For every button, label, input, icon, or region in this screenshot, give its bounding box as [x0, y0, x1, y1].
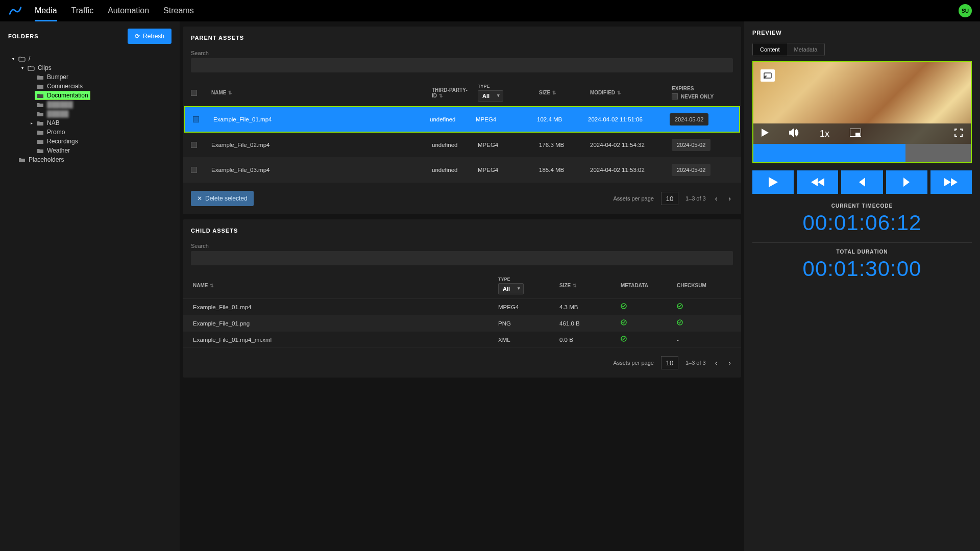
rewind-button[interactable] [797, 170, 838, 194]
center-column: PARENT ASSETS Search NAME⇅ THIRD-PARTY-I… [180, 21, 744, 551]
cell-name: Example_File_01.mp4 [213, 116, 430, 122]
cell-type: MPEG4 [498, 304, 559, 310]
type-filter-select[interactable]: All [498, 283, 524, 294]
cell-name: Example_File_02.mp4 [211, 142, 432, 148]
tree-item-selected[interactable]: Documentation [8, 91, 172, 100]
total-duration: 00:01:30:00 [752, 257, 972, 281]
check-icon [677, 320, 683, 327]
type-filter-select[interactable]: All [478, 90, 503, 102]
table-row[interactable]: Example_File_01.png PNG 461.0 B [183, 315, 741, 332]
col-modified[interactable]: MODIFIED⇅ [590, 90, 672, 95]
current-timecode-label: CURRENT TIMECODE [752, 203, 972, 209]
cell-modified: 2024-04-02 11:54:32 [590, 142, 672, 148]
cell-expires: 2024-05-02 [670, 113, 731, 126]
table-row[interactable]: Example_File_03.mp4 undefined MPEG4 185.… [183, 158, 741, 183]
delete-selected-button[interactable]: ✕Delete selected [191, 191, 254, 206]
tab-metadata[interactable]: Metadata [787, 43, 825, 56]
col-size[interactable]: SIZE⇅ [559, 283, 621, 288]
cell-metadata [621, 319, 677, 327]
range-label: 1–3 of 3 [685, 360, 706, 366]
step-forward-button[interactable] [886, 170, 927, 194]
table-row[interactable]: Example_File_01.mp4 MPEG4 4.3 MB [183, 299, 741, 315]
prev-page-button[interactable]: ‹ [713, 359, 720, 367]
col-tpid[interactable]: THIRD-PARTY-ID⇅ [432, 87, 478, 98]
sort-icon: ⇅ [439, 93, 443, 98]
play-button[interactable] [752, 170, 794, 194]
check-icon [621, 304, 627, 311]
never-only-checkbox[interactable] [672, 93, 678, 99]
cell-type: MPEG4 [476, 116, 537, 122]
col-metadata: METADATA [621, 283, 677, 288]
tree-label: Weather [47, 147, 70, 154]
volume-icon[interactable] [789, 129, 799, 139]
fullscreen-icon[interactable] [954, 129, 963, 139]
fast-forward-button[interactable] [930, 170, 972, 194]
child-search-input[interactable] [191, 251, 733, 265]
cast-icon[interactable] [761, 69, 775, 82]
per-page-input[interactable] [661, 192, 678, 205]
select-all-checkbox[interactable] [191, 90, 197, 96]
col-size[interactable]: SIZE⇅ [539, 90, 590, 95]
tree-label: Clips [38, 64, 52, 71]
cell-size: 185.4 MB [539, 167, 590, 173]
tree-item[interactable]: Commercials [8, 82, 172, 91]
tree-item[interactable]: Recordings [8, 137, 172, 146]
nav-media[interactable]: Media [35, 1, 57, 20]
tree-item[interactable]: Bumper [8, 72, 172, 82]
playback-speed[interactable]: 1x [820, 129, 829, 139]
tree-item[interactable]: ▸NAB [8, 118, 172, 128]
tree-item[interactable]: █████ [8, 109, 172, 118]
refresh-label: Refresh [143, 33, 164, 40]
tree-item[interactable]: Weather [8, 146, 172, 155]
step-back-button[interactable] [841, 170, 883, 194]
tree-label: / [29, 55, 30, 62]
row-checkbox[interactable] [191, 142, 197, 148]
tab-content[interactable]: Content [753, 43, 787, 56]
app-logo [8, 4, 22, 18]
nav-streams[interactable]: Streams [163, 1, 194, 20]
table-row[interactable]: Example_File_01.mp4 undefined MPEG4 102.… [184, 106, 740, 133]
cell-metadata [621, 336, 677, 343]
prev-page-button[interactable]: ‹ [713, 194, 720, 203]
nav-automation[interactable]: Automation [108, 1, 149, 20]
child-pager: Assets per page 1–3 of 3 ‹ › [613, 356, 733, 369]
table-row[interactable]: Example_File_01.mp4_mi.xml XML 0.0 B - [183, 332, 741, 348]
parent-search-input[interactable] [191, 58, 733, 72]
tree-placeholders[interactable]: Placeholders [8, 155, 172, 164]
col-name[interactable]: NAME⇅ [191, 283, 498, 288]
tree-item[interactable]: ██████ [8, 100, 172, 109]
folders-title: FOLDERS [8, 33, 39, 39]
play-icon[interactable] [762, 129, 769, 139]
cell-name: Example_File_01.mp4_mi.xml [191, 337, 498, 343]
progress-bar[interactable] [753, 144, 971, 162]
tree-root[interactable]: ▾ / [8, 54, 172, 63]
cell-type: XML [498, 337, 559, 343]
row-checkbox[interactable] [191, 167, 197, 173]
nav-traffic[interactable]: Traffic [71, 1, 94, 20]
col-name[interactable]: NAME⇅ [211, 90, 432, 95]
tree-item[interactable]: Promo [8, 128, 172, 137]
row-checkbox[interactable] [193, 116, 199, 122]
user-avatar[interactable]: SU [959, 4, 972, 17]
tree-label: █████ [47, 110, 69, 117]
cell-size: 176.3 MB [539, 142, 590, 148]
cell-tpid: undefined [430, 116, 476, 122]
tree-clips[interactable]: ▾ Clips [8, 63, 172, 72]
per-page-input[interactable] [661, 356, 678, 369]
parent-table: NAME⇅ THIRD-PARTY-ID⇅ TYPE All SIZE⇅ MOD… [183, 80, 741, 206]
tree-label: ██████ [47, 101, 73, 108]
pip-icon[interactable] [850, 129, 861, 139]
next-page-button[interactable]: › [726, 359, 733, 367]
sort-icon: ⇅ [552, 90, 556, 95]
cell-name: Example_File_01.png [191, 320, 498, 327]
table-row[interactable]: Example_File_02.mp4 undefined MPEG4 176.… [183, 133, 741, 158]
child-table: NAME⇅ TYPE All SIZE⇅ METADATA CHECKSUM E… [183, 272, 741, 369]
video-player[interactable]: 1x [752, 61, 972, 163]
parent-title: PARENT ASSETS [191, 35, 733, 41]
cell-expires: 2024-05-02 [672, 139, 733, 151]
duration-label: TOTAL DURATION [752, 249, 972, 255]
refresh-button[interactable]: ⟳ Refresh [128, 29, 172, 44]
next-page-button[interactable]: › [726, 194, 733, 203]
player-controls: 1x [753, 123, 971, 144]
caret-icon: ▾ [12, 57, 18, 61]
